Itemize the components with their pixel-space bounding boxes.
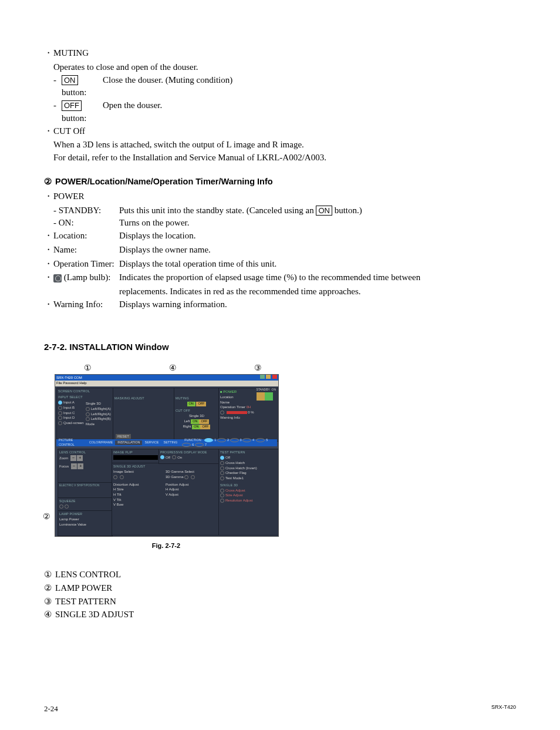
radio-icon xyxy=(58,421,62,425)
tp-crosshatch[interactable]: Cross Hatch xyxy=(220,460,278,466)
test-pattern-panel: TEST PATTERN Off Cross Hatch Cross Hatch… xyxy=(218,449,279,536)
tp-crosshatch-inv[interactable]: Cross Hatch (Invert) xyxy=(220,466,278,471)
radio-icon xyxy=(65,504,69,509)
prog-hdr: PROGRESSIVE DISPLAY MODE xyxy=(160,450,218,455)
image-flip-hdr: IMAGE FLIP xyxy=(113,450,158,455)
focus-plus[interactable]: + xyxy=(77,463,83,469)
warn-desc: Displays warning information. xyxy=(119,298,227,311)
radio-icon xyxy=(59,504,63,509)
mode-2[interactable]: Left/Right(A) xyxy=(86,412,115,417)
bullet-dot: ・ xyxy=(44,230,53,243)
squeeze-opts[interactable] xyxy=(59,504,111,509)
left-on[interactable]: ON xyxy=(191,419,199,424)
mode-1[interactable]: Left/Right(A) xyxy=(86,406,115,412)
muting-off-button[interactable]: OFF xyxy=(196,402,206,406)
vbow-row[interactable]: V Bow xyxy=(113,502,166,507)
legend-2-num: ② xyxy=(44,582,52,595)
elec-hdr: ELECTRIC V SHIFT/POSITION xyxy=(59,484,111,488)
gamsel-opts[interactable]: 3D Gamma xyxy=(166,475,218,480)
single-3d-adjust-panel: SINGLE 3D ADJUST Image Select 3D Gamma S… xyxy=(112,463,220,536)
vadj-row[interactable]: V Adjust xyxy=(166,492,218,497)
focus-minus[interactable]: − xyxy=(71,463,77,469)
on-button[interactable] xyxy=(265,392,273,401)
standby-button[interactable] xyxy=(257,392,265,401)
radio-icon xyxy=(58,401,62,405)
warninfo-lbl: Warning Info xyxy=(220,415,278,420)
radio-icon xyxy=(220,471,224,475)
legend: ①LENS CONTROL ②LAMP POWER ③TEST PATTERN … xyxy=(44,568,516,621)
callout-3: ③ xyxy=(254,362,262,374)
muting-section: ・ MUTING xyxy=(44,47,516,60)
standby-on-switch[interactable]: STANDBY ON xyxy=(257,388,276,402)
tab-installation[interactable]: INSTALLATION xyxy=(115,440,142,445)
hadj-row[interactable]: H Adjust xyxy=(166,487,218,492)
on-desc: Turns on the power. xyxy=(119,217,189,230)
name-row: ・ Name: Displays the owner name. xyxy=(44,244,516,257)
off-keycap: OFF xyxy=(62,100,82,111)
reset-button[interactable]: RESET xyxy=(116,434,131,439)
zoom-plus[interactable]: + xyxy=(77,455,83,461)
tab-setting[interactable]: SETTING xyxy=(161,440,180,445)
left-off[interactable]: OFF xyxy=(199,419,209,424)
radio-icon[interactable] xyxy=(195,443,204,447)
right-on[interactable]: ON xyxy=(192,425,200,429)
prog-opts[interactable]: Off On xyxy=(160,455,218,460)
radio-icon[interactable] xyxy=(242,438,251,442)
cutoff-right-row: Right ONOFF xyxy=(176,424,218,429)
vtilt-row[interactable]: V Tilt xyxy=(113,497,166,503)
muting-on-button[interactable]: ON xyxy=(187,402,195,406)
close-icon[interactable] xyxy=(272,375,277,379)
mode-3[interactable]: Left/Right(B) xyxy=(86,416,115,422)
menu-bar[interactable]: File Password Help xyxy=(55,381,278,386)
window-buttons[interactable] xyxy=(259,375,277,381)
htilt-row[interactable]: H Tilt xyxy=(113,492,166,497)
masking-panel: MASKING ADJUST RESET xyxy=(113,388,175,442)
radio-icon xyxy=(220,466,224,470)
right-off[interactable]: OFF xyxy=(200,425,210,429)
tp-checker[interactable]: Checker Flag xyxy=(220,470,278,476)
tp-res-adj[interactable]: Resolution Adjust xyxy=(220,498,278,503)
lamp-bar xyxy=(227,411,247,414)
zoom-minus[interactable]: − xyxy=(70,455,76,461)
radio-icon[interactable] xyxy=(230,438,239,442)
muting-cutoff-panel: MUTING ON OFF CUT OFF Single 3D Left ONO… xyxy=(174,388,220,442)
radio-icon[interactable] xyxy=(182,443,191,447)
input-a-label: Input A xyxy=(63,401,75,404)
bullet-dot: ・ xyxy=(44,47,53,60)
radio-icon[interactable] xyxy=(256,438,265,442)
tp-size-adj[interactable]: Size Adjust xyxy=(220,493,278,498)
lamp-power-panel: LAMP POWER Lamp Power Luminance Value xyxy=(58,510,113,536)
radio-icon xyxy=(86,412,90,416)
muting-desc: Operates to close and open of the douser… xyxy=(53,61,516,74)
lamp-bulb-icon xyxy=(220,411,224,415)
legend-3-num: ③ xyxy=(44,596,52,608)
tab-color[interactable]: COLOR/FRAME xyxy=(87,440,115,445)
tp-cross-adj[interactable]: Cross Adjust xyxy=(220,488,278,493)
lum-row: Luminance Value xyxy=(59,522,111,527)
tp-off[interactable]: Off xyxy=(220,455,278,460)
tp-s3d-hdr: Single 3D xyxy=(220,483,278,488)
radio-icon[interactable] xyxy=(204,438,213,442)
legend-1-num: ① xyxy=(44,568,52,581)
on-row: - ON: Turns on the power. xyxy=(53,217,516,230)
location-label: Location: xyxy=(53,230,119,243)
minimize-icon[interactable] xyxy=(260,375,265,379)
radio-icon xyxy=(220,476,224,480)
warn-label: Warning Info: xyxy=(53,298,119,311)
window-titlebar[interactable]: SRX-T420 COM xyxy=(55,375,278,381)
on-label: - ON: xyxy=(53,217,119,230)
cutoff-hdr: CUT OFF xyxy=(176,409,218,413)
radio-icon xyxy=(220,456,224,460)
tab-picture[interactable]: PICTURE CONTROL xyxy=(56,438,87,448)
hsize-row[interactable]: H Size xyxy=(113,487,166,492)
maximize-icon[interactable] xyxy=(266,375,271,379)
tp-test1[interactable]: Test Mode1 xyxy=(220,476,278,481)
imgsel-opts[interactable] xyxy=(113,475,166,480)
bullet-dot: ・ xyxy=(44,258,53,271)
radio-icon[interactable] xyxy=(217,438,226,442)
standby-on-keycap: ON xyxy=(316,206,332,216)
screen-control-hdr: SCREEN CONTROL xyxy=(58,389,112,394)
power-row: ・ POWER xyxy=(44,190,516,203)
image-flip-select[interactable] xyxy=(113,455,158,460)
tab-service[interactable]: SERVICE xyxy=(142,440,161,445)
